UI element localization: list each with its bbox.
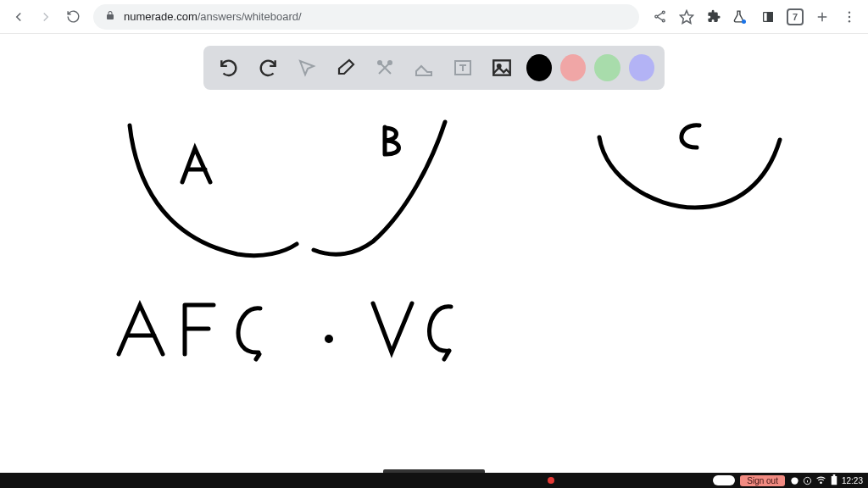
stroke-VC: [373, 303, 451, 359]
battery-icon: [830, 474, 838, 487]
stroke-A: [182, 148, 210, 182]
info-icon: [803, 476, 812, 485]
tab-count[interactable]: 7: [783, 5, 807, 29]
sign-out-button[interactable]: Sign out: [740, 475, 785, 486]
color-swatch-red[interactable]: [560, 54, 586, 81]
svg-line-4: [657, 17, 662, 20]
color-swatch-green[interactable]: [594, 54, 620, 81]
eraser-tool[interactable]: [331, 52, 361, 84]
svg-point-18: [791, 477, 798, 484]
color-swatch-purple[interactable]: [629, 54, 654, 81]
color-swatch-black[interactable]: [526, 54, 552, 81]
new-tab-plus-icon[interactable]: [810, 5, 834, 29]
text-box-tool[interactable]: [448, 52, 478, 84]
shelf-pill[interactable]: [713, 475, 735, 485]
svg-point-22: [821, 481, 822, 483]
share-icon[interactable]: [648, 5, 671, 29]
url-text: numerade.com/answers/whiteboard/: [124, 10, 302, 23]
svg-rect-7: [767, 12, 772, 21]
pointer-tool[interactable]: [292, 52, 322, 84]
wifi-icon: [815, 474, 826, 487]
redo-button[interactable]: [253, 52, 283, 84]
svg-point-0: [662, 11, 665, 14]
svg-point-10: [849, 11, 850, 13]
undo-button[interactable]: [214, 52, 244, 84]
svg-marker-5: [681, 10, 693, 23]
svg-rect-16: [494, 60, 511, 75]
browser-toolbar: numerade.com/answers/whiteboard/ 7: [0, 0, 868, 34]
stroke-AFC: [119, 305, 260, 359]
notifications-icon: [790, 476, 799, 485]
tab-count-value: 7: [793, 12, 798, 22]
back-button[interactable]: [7, 5, 31, 29]
labs-flask-icon[interactable]: [729, 5, 753, 29]
tools-crossed-icon[interactable]: [370, 52, 400, 84]
clear-tool[interactable]: [409, 52, 439, 84]
svg-point-2: [662, 19, 665, 22]
svg-point-11: [849, 15, 850, 17]
image-tool[interactable]: [487, 52, 517, 84]
stroke-curve-left-right: [314, 122, 445, 254]
svg-rect-24: [833, 474, 836, 476]
drawing-layer: [0, 34, 868, 473]
reload-button[interactable]: [61, 5, 85, 29]
svg-point-1: [654, 15, 657, 18]
forward-button[interactable]: [34, 5, 58, 29]
page-content: [0, 34, 868, 473]
lock-icon: [105, 10, 115, 23]
stroke-C: [682, 125, 699, 147]
stroke-dot: [327, 337, 331, 341]
system-shelf: Sign out 12:23: [0, 473, 868, 488]
reading-list-icon[interactable]: [756, 5, 780, 29]
whiteboard-canvas[interactable]: [0, 34, 868, 473]
url-domain: numerade.com: [124, 10, 198, 23]
whiteboard-toolbar: [203, 46, 665, 90]
kebab-menu-icon[interactable]: [837, 5, 861, 29]
svg-line-3: [657, 13, 662, 16]
extensions-icon[interactable]: [702, 5, 726, 29]
stroke-curve-left: [130, 125, 297, 256]
stroke-B: [385, 127, 399, 154]
svg-rect-23: [832, 475, 837, 484]
clock: 12:23: [842, 476, 863, 485]
url-path: /answers/whiteboard/: [198, 10, 302, 23]
bookmark-star-icon[interactable]: [675, 5, 698, 29]
address-bar[interactable]: numerade.com/answers/whiteboard/: [93, 4, 639, 30]
chrome-actions: 7: [648, 5, 861, 29]
svg-point-12: [849, 20, 850, 22]
recording-indicator-icon[interactable]: [548, 477, 554, 484]
status-tray[interactable]: 12:23: [790, 474, 863, 487]
